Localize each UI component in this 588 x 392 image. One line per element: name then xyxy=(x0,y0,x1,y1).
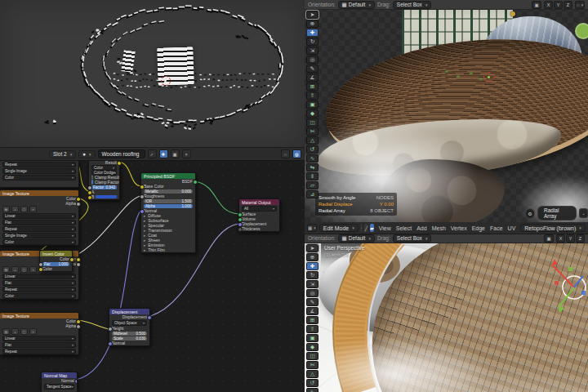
inset-tool-icon[interactable]: ▣ xyxy=(306,334,318,342)
wireframe-viewport[interactable] xyxy=(0,0,305,148)
gear-icon[interactable]: ⚙ xyxy=(525,208,535,219)
new-image-button[interactable]: + xyxy=(11,328,19,335)
orientation-dropdown[interactable]: ▦Default xyxy=(338,234,375,243)
annotate-tool-icon[interactable]: ✎ xyxy=(306,298,318,306)
interpolation-dropdown[interactable]: Linear xyxy=(2,274,76,279)
material-output-node[interactable]: Material Output All Surface Volume Displ… xyxy=(238,198,280,232)
extrude-tool-icon[interactable]: ⇧ xyxy=(306,325,318,333)
unlink-image-button[interactable]: × xyxy=(29,328,37,335)
invert-color-node[interactable]: Invert Color Color Fac1.000 Color xyxy=(39,250,73,272)
image-texture-node[interactable]: Image Texture Color Alpha ▤ + ▢ × Linear… xyxy=(0,189,79,246)
mirror-axis-toggle[interactable]: Z xyxy=(564,1,572,9)
alpha-slider[interactable]: Alpha1.000 xyxy=(144,204,193,208)
unlink-image-button[interactable]: × xyxy=(29,266,37,273)
open-image-button[interactable]: ▢ xyxy=(20,328,28,335)
rotate-tool-icon[interactable]: ↻ xyxy=(306,271,318,279)
normal-map-node[interactable]: Normal Map Normal Tangent Space xyxy=(41,372,78,392)
measure-tool-icon[interactable]: ∡ xyxy=(306,307,318,315)
socket[interactable] xyxy=(87,195,92,200)
tweak-tool-icon[interactable]: ➤ xyxy=(306,11,318,19)
factor-slider[interactable]: Factor0.942 xyxy=(91,185,117,189)
principled-bsdf-node[interactable]: Principled BSDF BSDF Base Color Metallic… xyxy=(140,172,196,253)
expand-icon[interactable]: ⌄ xyxy=(579,208,588,218)
projection-dropdown[interactable]: Flat xyxy=(2,280,76,286)
transform-tool-icon[interactable]: ◎ xyxy=(306,289,318,297)
mix-color-node[interactable]: Result Color Color Dodge Clamp Result Cl… xyxy=(88,159,120,200)
annotate-tool-icon[interactable]: ✎ xyxy=(306,65,318,73)
fac-slider[interactable]: Fac1.000 xyxy=(42,262,69,266)
interpolation-dropdown[interactable]: Linear xyxy=(2,213,76,219)
displacement-node[interactable]: Displacement Displacement Object Space H… xyxy=(109,308,150,346)
menu-item[interactable]: UV xyxy=(506,225,519,231)
overlays-toggle-icon[interactable]: ◍ xyxy=(292,149,301,158)
image-texture-node[interactable]: Image Texture Color Alpha ▤ + ▢ × Linear… xyxy=(0,312,79,355)
transform-tool-icon[interactable]: ◎ xyxy=(306,56,318,64)
retopoflow-dropdown[interactable]: RetopoFlow (brown) xyxy=(520,224,586,232)
mirror-icon[interactable]: ▣ xyxy=(532,1,541,9)
open-image-button[interactable]: ▢ xyxy=(20,266,28,273)
viewport-material-preview[interactable]: User Perspective (1) amb 0.0 ▦ Edit Mode… xyxy=(305,222,588,392)
menu-item[interactable]: View xyxy=(376,225,394,231)
source-dropdown[interactable]: Single Image xyxy=(2,233,76,238)
radial-array-button[interactable]: Radial Array xyxy=(537,206,577,220)
editor-type-button[interactable]: ▦ xyxy=(307,224,317,232)
snapping-icon[interactable]: ∩ xyxy=(281,149,290,158)
rip-tool-icon[interactable]: ⊿ xyxy=(306,190,318,198)
cursor-tool-icon[interactable]: ⊕ xyxy=(306,20,318,28)
bevel-tool-icon[interactable]: ◆ xyxy=(306,109,318,118)
polybuild-tool-icon[interactable]: △ xyxy=(306,370,318,378)
bevel-tool-icon[interactable]: ◆ xyxy=(306,343,318,351)
image-icon[interactable]: ▤ xyxy=(2,328,10,335)
measure-tool-icon[interactable]: ∡ xyxy=(306,74,318,82)
loopcut-tool-icon[interactable]: ◫ xyxy=(306,118,318,127)
inset-tool-icon[interactable]: ▣ xyxy=(306,100,318,109)
tweak-tool-icon[interactable]: ➤ xyxy=(306,244,318,252)
shader-editor[interactable]: Slot 2 ● Wooden roofing ✓ ✚ ▣ × ∩ ◍ Repe… xyxy=(0,147,305,392)
smooth-tool-icon[interactable]: ∿ xyxy=(306,388,318,392)
vertex-select-button[interactable]: ∙ xyxy=(361,224,363,232)
menu-item[interactable]: Vertex xyxy=(448,225,470,231)
ior-slider[interactable]: IOR1.500 xyxy=(144,199,193,203)
edge-select-button[interactable]: ╱ xyxy=(364,224,368,232)
knife-tool-icon[interactable]: ✄ xyxy=(306,127,318,136)
mirror-axis-toggle[interactable]: Y xyxy=(554,1,563,9)
menu-item[interactable]: Select xyxy=(394,225,414,231)
socket[interactable] xyxy=(38,267,43,272)
unlink-material-button[interactable]: × xyxy=(182,149,191,158)
add-cube-tool-icon[interactable]: ⊞ xyxy=(306,316,318,324)
drag-dropdown[interactable]: Select Box xyxy=(393,234,432,243)
drag-dropdown[interactable]: Select Box xyxy=(393,1,432,9)
add-cube-tool-icon[interactable]: ⊞ xyxy=(306,82,318,91)
scale-tool-icon[interactable]: ⇲ xyxy=(306,280,318,288)
snap-options-icon[interactable]: ∩ xyxy=(575,1,585,9)
spin-tool-icon[interactable]: ↺ xyxy=(306,145,318,154)
polybuild-tool-icon[interactable]: △ xyxy=(306,136,318,145)
extension-dropdown[interactable]: Repeat xyxy=(2,287,76,292)
object-origin-gizmo[interactable] xyxy=(483,72,494,82)
mirror-axis-toggle[interactable]: Y xyxy=(566,234,575,243)
smooth-tool-icon[interactable]: ∿ xyxy=(306,154,318,163)
menu-item[interactable]: Edge xyxy=(470,225,488,231)
loopcut-tool-icon[interactable]: ◫ xyxy=(306,352,318,360)
mode-dropdown[interactable]: Edit Mode xyxy=(319,224,359,232)
new-image-button[interactable]: + xyxy=(11,266,19,273)
image-texture-node-partial[interactable]: Repeat Single Image Color xyxy=(0,160,79,188)
image-icon[interactable]: ▤ xyxy=(2,266,10,273)
projection-dropdown[interactable]: Flat xyxy=(2,342,76,348)
extension-dropdown[interactable]: Repeat xyxy=(2,349,76,354)
unlink-image-button[interactable]: × xyxy=(29,206,37,212)
copy-material-button[interactable]: ▣ xyxy=(171,149,180,158)
extrude-tool-icon[interactable]: ⇧ xyxy=(306,91,318,100)
image-icon[interactable]: ▤ xyxy=(2,206,10,212)
edgeslide-tool-icon[interactable]: ⇆ xyxy=(306,163,318,172)
midlevel-slider[interactable]: Midlevel0.500 xyxy=(112,332,147,336)
scale-tool-icon[interactable]: ⇲ xyxy=(306,47,318,55)
slot-dropdown[interactable]: Slot 2 xyxy=(49,150,76,158)
shrink-tool-icon[interactable]: ⇕ xyxy=(306,172,318,180)
new-image-button[interactable]: + xyxy=(11,206,19,212)
mirror-axis-toggle[interactable]: X xyxy=(544,1,553,9)
color-swatch[interactable] xyxy=(96,195,117,198)
menu-item[interactable]: Mesh xyxy=(430,225,448,231)
colorspace-dropdown[interactable]: Color xyxy=(2,239,76,245)
fake-user-shield-icon[interactable]: ✓ xyxy=(148,149,157,158)
